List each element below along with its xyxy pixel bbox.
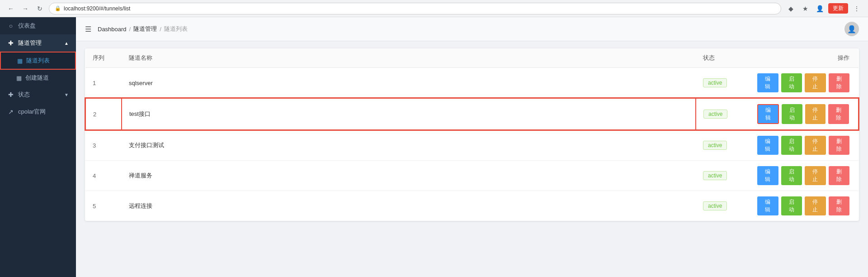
- delete-button[interactable]: 删除: [828, 104, 849, 124]
- cell-actions: 编辑启动停止删除: [750, 98, 859, 130]
- sidebar-item-cpolar[interactable]: ↗ cpolar官网: [0, 103, 76, 120]
- start-button[interactable]: 启动: [782, 104, 802, 124]
- breadcrumb-tunnel-mgmt[interactable]: 隧道管理: [133, 25, 157, 33]
- sidebar-tunnel-mgmt-label: 隧道管理: [18, 39, 42, 47]
- delete-button[interactable]: 删除: [829, 196, 850, 215]
- table-row: 2test接口active编辑启动停止删除: [85, 98, 859, 130]
- status-badge: active: [703, 141, 727, 150]
- edit-button[interactable]: 编辑: [757, 136, 778, 155]
- delete-button[interactable]: 删除: [829, 73, 850, 92]
- breadcrumb: Dashboard / 隧道管理 / 隧道列表: [98, 25, 188, 33]
- back-button[interactable]: ←: [5, 3, 16, 14]
- cell-status: active: [696, 98, 750, 130]
- action-buttons: 编辑启动停止删除: [757, 136, 849, 155]
- tunnel-list-icon: ▦: [17, 57, 23, 64]
- sidebar-item-status[interactable]: ✚ 状态 ▼: [0, 86, 76, 103]
- status-badge: active: [703, 78, 727, 87]
- cell-name: sqlserver: [122, 68, 696, 99]
- action-buttons: 编辑启动停止删除: [757, 73, 849, 92]
- cell-status: active: [696, 191, 750, 221]
- menu-icon[interactable]: ⋮: [851, 3, 863, 14]
- table-row: 4禅道服务active编辑启动停止删除: [85, 161, 859, 191]
- sidebar-status-label: 状态: [18, 91, 30, 99]
- status-icon: ✚: [7, 91, 14, 98]
- col-header-actions: 操作: [750, 48, 859, 68]
- app-container: ○ 仪表盘 ✚ 隧道管理 ▲ ▦ 隧道列表 ▦ 创建隧道 ✚ 状态 ▼ ↗ cp…: [0, 17, 868, 277]
- status-badge: active: [703, 110, 727, 119]
- cell-index: 4: [85, 161, 122, 191]
- browser-chrome: ← → ↻ 🔒 localhost:9200/#/tunnels/list ◆ …: [0, 0, 868, 17]
- action-buttons: 编辑启动停止删除: [757, 196, 849, 215]
- key-icon[interactable]: ◆: [785, 3, 797, 14]
- stop-button[interactable]: 停止: [805, 136, 826, 155]
- table-wrapper: 序列 隧道名称 状态 操作 1sqlserveractive编辑启动停止删除2t…: [85, 48, 859, 221]
- update-button[interactable]: 更新: [828, 3, 848, 14]
- breadcrumb-current: 隧道列表: [164, 25, 188, 33]
- start-button[interactable]: 启动: [781, 73, 802, 92]
- stop-button[interactable]: 停止: [805, 196, 826, 215]
- avatar: 👤: [844, 22, 859, 36]
- delete-button[interactable]: 删除: [829, 136, 850, 155]
- table-header-row: 序列 隧道名称 状态 操作: [85, 48, 859, 68]
- cell-actions: 编辑启动停止删除: [750, 161, 859, 191]
- cell-name: 禅道服务: [122, 161, 696, 191]
- action-buttons: 编辑启动停止删除: [757, 104, 849, 124]
- cell-actions: 编辑启动停止删除: [750, 68, 859, 99]
- col-header-name: 隧道名称: [122, 48, 696, 68]
- cell-index: 1: [85, 68, 122, 99]
- delete-button[interactable]: 删除: [829, 166, 850, 185]
- sidebar-cpolar-label: cpolar官网: [18, 108, 46, 116]
- action-buttons: 编辑启动停止删除: [757, 166, 849, 185]
- table-row: 5远程连接active编辑启动停止删除: [85, 191, 859, 221]
- profile-icon[interactable]: 👤: [814, 3, 826, 14]
- chevron-up-icon: ▲: [64, 41, 69, 46]
- tunnel-table: 序列 隧道名称 状态 操作 1sqlserveractive编辑启动停止删除2t…: [85, 48, 859, 221]
- start-button[interactable]: 启动: [781, 166, 802, 185]
- hamburger-icon[interactable]: ☰: [85, 25, 91, 33]
- reload-button[interactable]: ↻: [34, 3, 45, 14]
- forward-button[interactable]: →: [20, 3, 31, 14]
- edit-button[interactable]: 编辑: [757, 73, 778, 92]
- sidebar-tunnel-list-label: 隧道列表: [26, 57, 50, 65]
- tunnel-mgmt-icon: ✚: [7, 39, 14, 47]
- sidebar-dashboard-label: 仪表盘: [18, 22, 36, 30]
- main-content: ☰ Dashboard / 隧道管理 / 隧道列表 👤 序列: [76, 17, 868, 277]
- sidebar-item-tunnel-list[interactable]: ▦ 隧道列表: [0, 52, 76, 70]
- sidebar-item-tunnel-mgmt[interactable]: ✚ 隧道管理 ▲: [0, 34, 76, 52]
- breadcrumb-dashboard[interactable]: Dashboard: [98, 26, 127, 33]
- cell-index: 5: [85, 191, 122, 221]
- browser-actions: ◆ ★ 👤 更新 ⋮: [785, 3, 863, 14]
- start-button[interactable]: 启动: [781, 136, 802, 155]
- chevron-down-icon: ▼: [64, 92, 69, 97]
- breadcrumb-sep-2: /: [160, 26, 161, 33]
- header-right: 👤: [844, 22, 859, 36]
- edit-button[interactable]: 编辑: [757, 104, 779, 124]
- cell-name: test接口: [122, 98, 696, 130]
- table-row: 1sqlserveractive编辑启动停止删除: [85, 68, 859, 99]
- dashboard-icon: ○: [7, 22, 14, 29]
- cell-name: 远程连接: [122, 191, 696, 221]
- status-badge: active: [703, 171, 727, 180]
- col-header-status: 状态: [696, 48, 750, 68]
- stop-button[interactable]: 停止: [805, 73, 826, 92]
- edit-button[interactable]: 编辑: [757, 166, 778, 185]
- sidebar-create-tunnel-label: 创建隧道: [25, 74, 49, 82]
- cell-name: 支付接口测试: [122, 130, 696, 161]
- sidebar-item-create-tunnel[interactable]: ▦ 创建隧道: [0, 70, 76, 86]
- address-bar[interactable]: 🔒 localhost:9200/#/tunnels/list: [49, 3, 781, 14]
- stop-button[interactable]: 停止: [805, 104, 826, 124]
- edit-button[interactable]: 编辑: [757, 196, 778, 215]
- cell-actions: 编辑启动停止删除: [750, 191, 859, 221]
- external-link-icon: ↗: [7, 108, 14, 115]
- top-header: ☰ Dashboard / 隧道管理 / 隧道列表 👤: [76, 17, 868, 41]
- start-button[interactable]: 启动: [781, 196, 802, 215]
- create-tunnel-icon: ▦: [16, 75, 22, 81]
- cell-index: 3: [85, 130, 122, 161]
- table-container: 序列 隧道名称 状态 操作 1sqlserveractive编辑启动停止删除2t…: [76, 41, 868, 277]
- bookmark-icon[interactable]: ★: [799, 3, 811, 14]
- sidebar: ○ 仪表盘 ✚ 隧道管理 ▲ ▦ 隧道列表 ▦ 创建隧道 ✚ 状态 ▼ ↗ cp…: [0, 17, 76, 277]
- table-row: 3支付接口测试active编辑启动停止删除: [85, 130, 859, 161]
- sidebar-item-dashboard[interactable]: ○ 仪表盘: [0, 17, 76, 34]
- stop-button[interactable]: 停止: [805, 166, 826, 185]
- breadcrumb-sep-1: /: [129, 26, 131, 33]
